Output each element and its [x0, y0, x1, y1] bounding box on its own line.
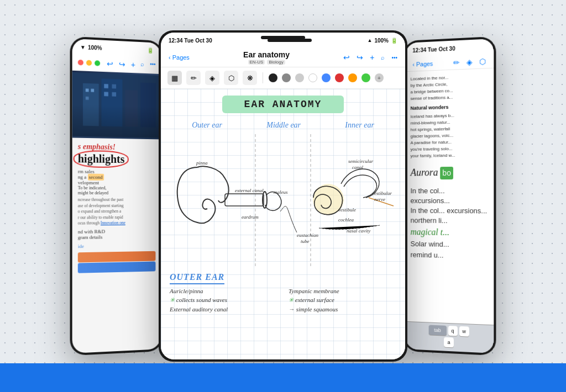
svg-text:vestibule: vestibule [338, 207, 356, 213]
content-area: EAR ANATOMY Outer ear Middle ear Inner e… [161, 89, 405, 359]
notes-bottom2: gram details [78, 234, 156, 240]
svg-rect-3 [125, 90, 138, 127]
notes-line5: might be delayed [78, 190, 156, 195]
color-light-gray[interactable] [295, 73, 304, 82]
right-back-chevron: ‹ [412, 61, 415, 68]
search-btn[interactable]: ⌕ [381, 54, 385, 61]
right-time: 12:34 Tue Oct 30 [412, 45, 455, 54]
right-highlight-btn[interactable]: ◈ [467, 57, 473, 67]
color-add-btn[interactable]: + [375, 73, 384, 82]
right-large-text: In the col... excursions... In the col..… [411, 186, 489, 226]
svg-text:eardrum: eardrum [242, 214, 259, 220]
color-orange[interactable] [348, 73, 357, 82]
svg-text:maleus: maleus [274, 189, 288, 195]
left-screen: ▼ 100% 🔋 ↩ ↪ [72, 39, 161, 353]
keyboard-row-2: a [407, 336, 492, 349]
notes-line2: ng a second [78, 174, 156, 181]
device-left: ▼ 100% 🔋 ↩ ↪ [70, 36, 163, 356]
left-more-btn[interactable]: ••• [150, 61, 155, 70]
item-external-surface: external surface [289, 296, 396, 304]
svg-text:external canal: external canal [235, 188, 264, 193]
outer-ear-section: OUTER EAR Auricle/pinna Tympanic membran… [170, 272, 396, 312]
svg-rect-11 [112, 92, 117, 97]
tool-lasso[interactable]: ❋ [243, 71, 257, 85]
svg-text:vestibular: vestibular [372, 190, 392, 196]
section-inner: Inner ear [345, 121, 374, 130]
device-center: 12:34 Tue Oct 30 ▲ 100% 🔋 ‹ Pages [159, 30, 407, 362]
tool-eraser[interactable]: ⬡ [224, 71, 238, 85]
left-add-btn[interactable]: + [131, 60, 135, 69]
svg-text:canal: canal [352, 165, 363, 170]
tool-keyboard[interactable]: ▦ [167, 71, 182, 85]
q-key[interactable]: q [448, 326, 458, 336]
nav-actions: ↩ ↪ + ⌕ ••• [343, 53, 397, 62]
tag-lang: EN-US [248, 60, 265, 65]
tag-subject: Biology [267, 60, 285, 65]
traffic-light-green[interactable] [95, 60, 100, 66]
center-time: 12:34 Tue Oct 30 [169, 38, 212, 44]
add-btn[interactable]: + [370, 53, 374, 62]
left-redo-btn[interactable]: ↪ [119, 60, 125, 68]
right-back-button[interactable]: ‹ Pages [412, 60, 433, 67]
title-text: Ear anatomy [243, 50, 290, 60]
right-content: Located in the nor... by the Arctic Circ… [405, 68, 494, 325]
svg-text:pinna: pinna [196, 160, 208, 166]
svg-rect-7 [86, 97, 89, 100]
redo-btn[interactable]: ↪ [357, 53, 363, 62]
toolbar-separator [263, 72, 263, 83]
scene: ▼ 100% 🔋 ↩ ↪ [0, 0, 566, 392]
left-search-btn[interactable]: ⌕ [141, 61, 145, 70]
color-red[interactable] [335, 73, 344, 82]
svg-point-15 [263, 192, 267, 208]
a-key[interactable]: a [444, 337, 454, 348]
svg-rect-5 [86, 88, 89, 92]
item-simple-squamous: simple squamous [289, 306, 396, 312]
tool-pen[interactable]: ✏ [186, 71, 201, 85]
section-middle: Middle ear [266, 121, 301, 130]
left-notes: s emphasis! highlights rm sales ng a sec… [72, 138, 161, 278]
center-battery-icon: 🔋 [391, 38, 397, 44]
center-status-bar: 12:34 Tue Oct 30 ▲ 100% 🔋 [161, 33, 405, 48]
right-screen: 12:34 Tue Oct 30 ‹ Pages ✏ ◈ ⬡ [405, 39, 494, 353]
tool-highlighter[interactable]: ◈ [205, 71, 219, 85]
svg-rect-14 [225, 194, 264, 206]
center-wifi-icon: ▲ [368, 38, 373, 43]
svg-rect-6 [91, 89, 94, 92]
more-btn[interactable]: ••• [391, 55, 397, 61]
svg-text:nerve: nerve [374, 197, 385, 202]
color-green[interactable] [361, 73, 370, 82]
content-inner: EAR ANATOMY Outer ear Middle ear Inner e… [170, 96, 396, 312]
back-button[interactable]: ‹ Pages [169, 54, 190, 61]
back-label: Pages [172, 54, 190, 61]
color-blue[interactable] [322, 73, 331, 82]
color-gray[interactable] [282, 73, 291, 82]
color-black[interactable] [269, 73, 277, 82]
left-undo-btn[interactable]: ↩ [107, 59, 113, 68]
aurora-section: Aurora bo [411, 161, 489, 183]
ear-sections: Outer ear Middle ear Inner ear [170, 121, 396, 130]
ear-diagram: pinna external canal eardrum maleus semi… [170, 134, 396, 267]
notes-line4: To be indicated, [78, 186, 156, 190]
undo-btn[interactable]: ↩ [343, 53, 350, 62]
right-eraser-btn[interactable]: ⬡ [479, 57, 486, 66]
ear-diagram-svg: pinna external canal eardrum maleus semi… [170, 134, 396, 267]
back-chevron-icon: ‹ [169, 54, 171, 61]
right-back-label: Pages [416, 60, 433, 67]
tab-key[interactable]: tab [429, 325, 447, 335]
center-nav: ‹ Pages Ear anatomy EN-US Biology ↩ ↪ + [161, 48, 405, 67]
item-auditory-canal: External auditory canal [170, 306, 277, 312]
item-tympanic: Tympanic membrane [289, 288, 396, 294]
aurora-highlight: bo [441, 166, 453, 179]
emphasis-text: s emphasis! [78, 142, 156, 152]
svg-rect-1 [83, 83, 99, 126]
natural-wonders-title: Natural wonders [411, 103, 489, 112]
w-key[interactable]: w [459, 326, 469, 337]
innovation-link: Innovation one [101, 220, 125, 225]
center-screen: 12:34 Tue Oct 30 ▲ 100% 🔋 ‹ Pages [161, 33, 405, 359]
traffic-light-red[interactable] [78, 60, 83, 66]
left-battery-icon: 🔋 [147, 47, 154, 53]
right-pen-btn[interactable]: ✏ [453, 58, 460, 67]
traffic-light-yellow[interactable] [86, 60, 92, 66]
color-white[interactable] [308, 73, 317, 82]
keyboard[interactable]: tab q w a [405, 321, 494, 353]
